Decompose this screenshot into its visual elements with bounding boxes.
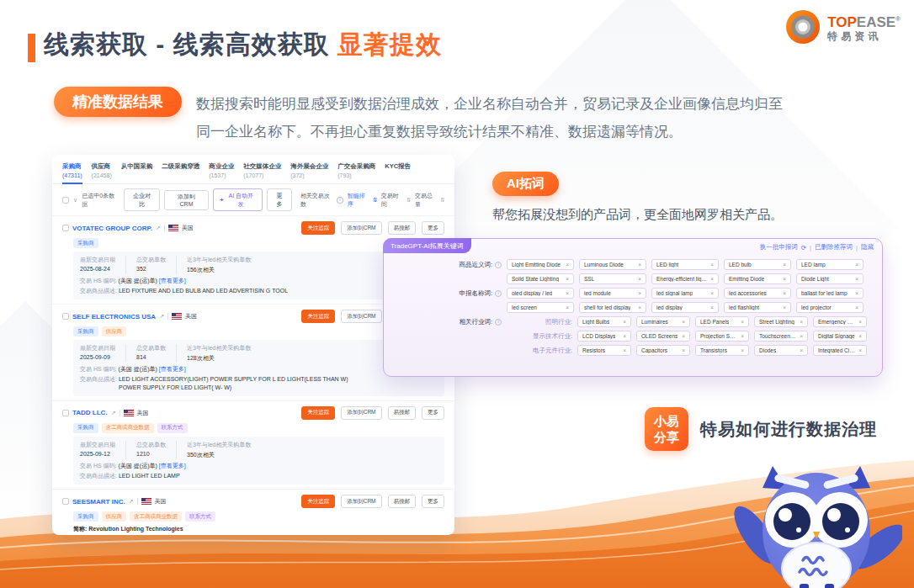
follow-button[interactable]: 关注追踪 — [301, 406, 335, 420]
close-icon[interactable]: × — [783, 276, 786, 282]
select-all-checkbox[interactable] — [62, 197, 69, 204]
keyword-chip[interactable]: ballast for led lamp× — [796, 288, 864, 299]
company-name[interactable]: TADD LLC. — [72, 409, 108, 416]
add-to-crm-button[interactable]: 添加到CRM — [341, 221, 381, 235]
view-more-link[interactable]: [查看更多] — [159, 463, 186, 469]
more-actions-button[interactable]: 更多 — [267, 188, 292, 211]
close-icon[interactable]: × — [623, 333, 626, 339]
follow-button[interactable]: 关注追踪 — [301, 495, 335, 508]
mail-search-button[interactable]: 易搜邮 — [388, 495, 417, 508]
close-icon[interactable]: × — [741, 333, 744, 339]
keyword-chip[interactable]: Transistors× — [695, 345, 749, 356]
close-icon[interactable]: × — [783, 262, 786, 268]
external-link-icon[interactable]: ↗ — [159, 313, 164, 320]
close-icon[interactable]: × — [783, 290, 786, 296]
keyword-chip[interactable]: Light Emitting Diode× — [507, 259, 574, 270]
info-icon[interactable]: i — [337, 197, 343, 204]
keyword-chip[interactable]: Luminaires× — [636, 316, 690, 327]
tab-buyer[interactable]: 采购商(47311) — [62, 162, 82, 184]
sort-trade-volume[interactable]: 交易总量⇅ — [415, 192, 444, 209]
close-icon[interactable]: × — [783, 305, 786, 310]
chevron-down-icon[interactable]: ∨ — [73, 197, 77, 204]
tab-social-media[interactable]: 社交媒体企业(17077) — [243, 162, 281, 183]
view-more-link[interactable]: [查看更多] — [159, 366, 186, 372]
close-icon[interactable]: × — [855, 305, 858, 310]
ai-auto-develop-button[interactable]: ✦AI 自动开发 — [213, 188, 263, 211]
close-icon[interactable]: × — [710, 290, 714, 296]
keyword-chip[interactable]: led accessories× — [724, 288, 791, 299]
more-button[interactable]: 更多 — [422, 221, 444, 235]
close-icon[interactable]: × — [566, 262, 569, 268]
more-button[interactable]: 更多 — [422, 495, 444, 508]
info-icon[interactable]: i — [495, 319, 502, 326]
close-icon[interactable]: × — [566, 290, 569, 296]
keyword-chip[interactable]: SSL× — [579, 273, 646, 284]
company-checkbox[interactable] — [62, 225, 69, 231]
close-icon[interactable]: × — [710, 276, 714, 282]
keyword-chip[interactable]: led display× — [651, 302, 719, 313]
removed-keywords-link[interactable]: 已删除推荐词 — [815, 243, 853, 252]
keyword-chip[interactable]: Energy-efficient lighti...× — [651, 273, 719, 284]
add-to-crm-button[interactable]: 添加到CRM — [164, 190, 208, 210]
close-icon[interactable]: × — [566, 305, 569, 310]
keyword-chip[interactable]: LED lamp× — [796, 259, 864, 270]
close-icon[interactable]: × — [800, 319, 803, 325]
view-more-link[interactable]: [查看更多] — [159, 278, 186, 283]
close-icon[interactable]: × — [800, 347, 803, 353]
tab-overseas-exhibition[interactable]: 海外展会企业(372) — [290, 162, 328, 183]
follow-button[interactable]: 关注追踪 — [301, 310, 335, 323]
close-icon[interactable]: × — [638, 262, 641, 268]
company-checkbox[interactable] — [62, 498, 69, 505]
mail-search-button[interactable]: 易搜邮 — [388, 221, 417, 235]
refresh-keywords-link[interactable]: 换一批申报词 — [760, 243, 798, 252]
keyword-chip[interactable]: shell for led display× — [579, 302, 646, 313]
refresh-icon[interactable]: ⟳ — [801, 244, 806, 252]
tab-canton-fair[interactable]: 广交会采购商(793) — [337, 162, 375, 183]
keyword-chip[interactable]: Light Bulbs× — [577, 316, 631, 327]
close-icon[interactable]: × — [710, 305, 714, 310]
external-link-icon[interactable]: ↗ — [156, 225, 161, 231]
close-icon[interactable]: × — [741, 347, 744, 353]
close-icon[interactable]: × — [638, 305, 641, 310]
close-icon[interactable]: × — [855, 290, 858, 296]
tab-commercial[interactable]: 商业企业(1537) — [209, 162, 234, 183]
more-button[interactable]: 更多 — [422, 406, 444, 420]
keyword-chip[interactable]: led screen× — [507, 302, 574, 313]
compare-button[interactable]: 企业对比 — [124, 188, 160, 211]
close-icon[interactable]: × — [710, 262, 714, 268]
tab-kyc-report[interactable]: KYC报告 — [385, 162, 411, 183]
close-icon[interactable]: × — [858, 333, 862, 339]
keyword-chip[interactable]: Solid State Lighting× — [507, 273, 574, 284]
tab-supplier[interactable]: 供应商(21458) — [92, 162, 112, 183]
hide-panel-link[interactable]: 隐藏 — [861, 243, 874, 252]
info-icon[interactable]: i — [495, 262, 502, 268]
close-icon[interactable]: × — [623, 347, 626, 353]
close-icon[interactable]: × — [741, 319, 744, 325]
close-icon[interactable]: × — [855, 276, 858, 282]
sort-smart[interactable]: 智能排序⇅ — [348, 192, 377, 209]
close-icon[interactable]: × — [638, 290, 641, 296]
keyword-chip[interactable]: led module× — [579, 288, 646, 299]
keyword-chip[interactable]: LED Panels× — [695, 316, 749, 327]
close-icon[interactable]: × — [682, 333, 685, 339]
keyword-chip[interactable]: OLED Screens× — [636, 331, 690, 342]
keyword-chip[interactable]: led projector× — [796, 302, 864, 313]
keyword-chip[interactable]: LED light× — [651, 259, 719, 270]
close-icon[interactable]: × — [566, 276, 569, 282]
close-icon[interactable]: × — [858, 347, 862, 353]
keyword-chip[interactable]: Touchscreen Panels× — [754, 331, 808, 342]
keyword-chip[interactable]: Projection Systems× — [695, 331, 749, 342]
close-icon[interactable]: × — [855, 262, 858, 268]
info-icon[interactable]: i — [495, 290, 502, 297]
keyword-chip[interactable]: Street Lighting× — [754, 316, 808, 327]
keyword-chip[interactable]: Emergency Lighting× — [813, 316, 867, 327]
close-icon[interactable]: × — [623, 319, 626, 325]
tab-tier2-sourcing[interactable]: 二级采购穿透 — [162, 162, 199, 183]
company-checkbox[interactable] — [62, 313, 69, 320]
tab-china-sourcing[interactable]: 从中国采购 — [121, 162, 153, 183]
follow-button[interactable]: 关注追踪 — [301, 221, 335, 235]
keyword-chip[interactable]: LCD Displays× — [577, 331, 631, 342]
keyword-chip[interactable]: LED bulb× — [724, 259, 791, 270]
keyword-chip[interactable]: oled display / led× — [507, 288, 574, 299]
close-icon[interactable]: × — [682, 319, 685, 325]
